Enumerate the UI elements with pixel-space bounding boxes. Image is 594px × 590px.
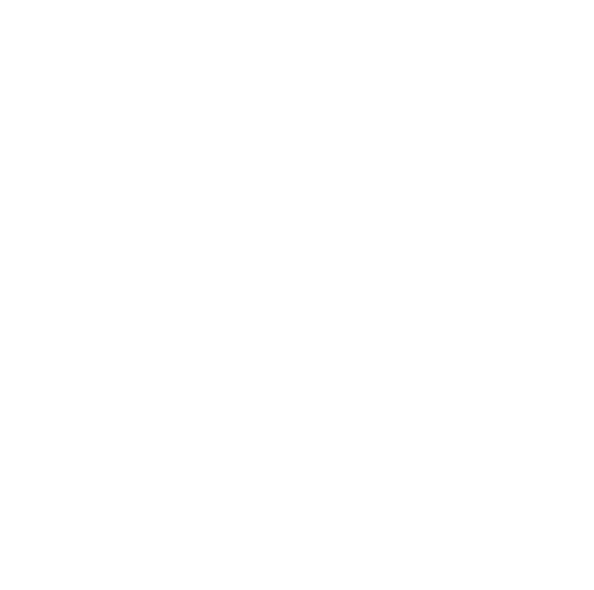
jointplot-figure <box>0 0 594 590</box>
jointplot-svg <box>0 0 594 590</box>
